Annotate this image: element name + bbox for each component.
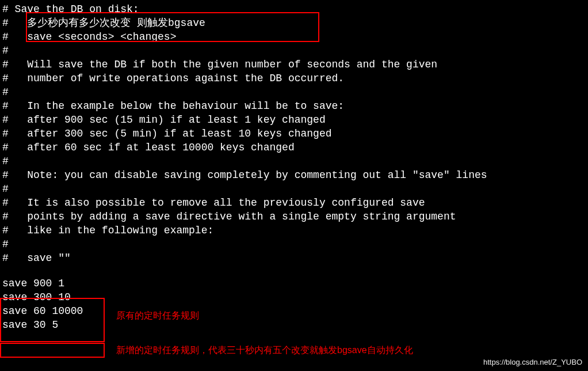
comment-line: # after 60 sec if at least 10000 keys ch… — [2, 141, 586, 154]
comment-line: # like in the following example: — [2, 224, 586, 237]
comment-line: # — [2, 44, 586, 58]
comment-line: # points by adding a save directive with… — [2, 210, 586, 224]
comment-line: # 多少秒内有多少次改变 则触发bgsave — [2, 16, 586, 30]
annotation-new: 新增的定时任务规则，代表三十秒内有五个改变就触发bgsave自动持久化 — [116, 344, 413, 357]
comment-line: # In the example below the behaviour wil… — [2, 99, 586, 113]
comment-line: # Will save the DB if both the given num… — [2, 58, 586, 71]
comment-line: # — [2, 237, 586, 251]
save-line: save 60 10000 — [2, 304, 586, 318]
comment-line: # save <seconds> <changes> — [2, 30, 586, 44]
comment-line: # — [2, 85, 586, 99]
save-line: save 900 1 — [2, 277, 586, 290]
highlight-box-new-rule — [0, 343, 105, 358]
comment-line: # after 900 sec (15 min) if at least 1 k… — [2, 113, 586, 127]
annotation-existing: 原有的定时任务规则 — [116, 310, 199, 322]
save-line: save 300 10 — [2, 290, 586, 304]
comment-line: # Note: you can disable saving completel… — [2, 168, 586, 182]
comment-line: # It is also possible to remove all the … — [2, 196, 586, 210]
comment-line: # number of write operations against the… — [2, 71, 586, 85]
save-line: save 30 5 — [2, 318, 586, 332]
config-content: # Save the DB on disk: # 多少秒内有多少次改变 则触发b… — [2, 2, 586, 265]
comment-line: # save "" — [2, 251, 586, 265]
watermark: https://blog.csdn.net/Z_YUBO — [483, 358, 582, 366]
comment-line: # — [2, 154, 586, 168]
comment-line: # Save the DB on disk: — [2, 2, 586, 16]
comment-line: # — [2, 182, 586, 196]
comment-line: # after 300 sec (5 min) if at least 10 k… — [2, 127, 586, 141]
save-directives: save 900 1 save 300 10 save 60 10000 sav… — [2, 277, 586, 332]
